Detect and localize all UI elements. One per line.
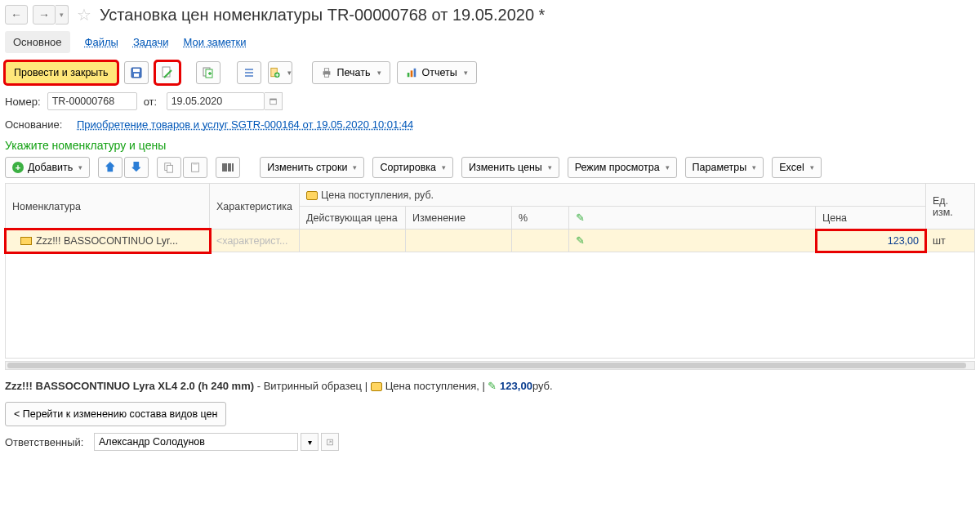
doc-plus-icon: [269, 66, 281, 79]
col-percent[interactable]: %: [512, 207, 569, 229]
cell-unit: шт: [926, 229, 975, 252]
col-change[interactable]: Изменение: [406, 207, 512, 229]
paste-row-button[interactable]: [183, 157, 207, 178]
excel-button[interactable]: Excel▾: [772, 157, 822, 178]
svg-rect-15: [270, 99, 276, 100]
svg-rect-19: [194, 163, 198, 165]
nav-dropdown[interactable]: ▾: [56, 5, 69, 25]
svg-rect-17: [167, 165, 173, 172]
caret-icon: ▾: [548, 163, 552, 172]
col-current-price[interactable]: Действующая цена: [300, 207, 406, 229]
copy-icon: [163, 162, 175, 173]
parameters-button[interactable]: Параметры▾: [685, 157, 764, 178]
number-input[interactable]: [47, 92, 137, 110]
responsible-open-button[interactable]: [321, 433, 339, 451]
cell-nomenclature[interactable]: Zzz!!! BASSOCONTINUO Lyr...: [6, 229, 210, 252]
calendar-button[interactable]: [265, 92, 283, 110]
move-down-button[interactable]: 🡇: [124, 157, 149, 178]
header-bar: ← → ▾ ☆ Установка цен номенклатуры TR-00…: [5, 5, 975, 25]
view-mode-button[interactable]: Режим просмотра▾: [568, 157, 677, 178]
nav-forward-button[interactable]: →: [33, 5, 56, 25]
cell-pencil: ✎: [569, 229, 816, 252]
structure-button[interactable]: ▾: [268, 61, 292, 84]
svg-rect-11: [407, 73, 409, 77]
horizontal-scrollbar[interactable]: [5, 361, 975, 370]
number-label: Номер:: [5, 96, 41, 108]
copy-document-button[interactable]: [196, 61, 220, 84]
caret-icon: ▾: [442, 163, 446, 172]
caret-icon: ▾: [78, 163, 82, 172]
copy-doc-icon: [202, 66, 215, 79]
sort-button[interactable]: Сортировка▾: [372, 157, 453, 178]
caret-icon: ▾: [377, 69, 381, 77]
post-and-close-button[interactable]: Провести и закрыть: [5, 61, 118, 84]
lines-icon: [243, 66, 256, 79]
basis-label: Основание:: [5, 118, 70, 131]
go-to-price-types-button[interactable]: < Перейти к изменению состава видов цен: [5, 402, 226, 426]
basis-link[interactable]: Приобретение товаров и услуг SGTR-000164…: [77, 118, 413, 131]
reports-button[interactable]: Отчеты▾: [397, 61, 477, 84]
svg-rect-2: [134, 74, 139, 77]
items-table: Номенклатура Характеристика Цена поступл…: [5, 183, 975, 252]
plus-icon: +: [12, 162, 24, 173]
nav-back-button[interactable]: ←: [5, 5, 28, 25]
responsible-input[interactable]: [94, 433, 298, 451]
list-button[interactable]: [237, 61, 261, 84]
date-input[interactable]: [167, 92, 265, 110]
cell-characteristic[interactable]: <характерист...: [210, 229, 300, 252]
folder-icon: [20, 237, 32, 245]
tab-tasks[interactable]: Задачи: [133, 33, 169, 51]
save-button[interactable]: [124, 61, 149, 84]
caret-icon: ▾: [464, 69, 468, 77]
edit-rows-button[interactable]: Изменить строки▾: [260, 157, 364, 178]
svg-rect-12: [410, 70, 412, 77]
responsible-label: Ответственный:: [5, 436, 91, 448]
tab-notes[interactable]: Мои заметки: [184, 33, 247, 51]
open-icon: [327, 438, 333, 447]
tab-main[interactable]: Основное: [5, 31, 70, 53]
caret-icon: ▾: [810, 163, 814, 172]
pencil-icon: ✎: [576, 212, 585, 224]
responsible-row: Ответственный: ▾: [5, 433, 975, 451]
barcode-button[interactable]: [216, 157, 240, 178]
copy-row-button[interactable]: [157, 157, 181, 178]
col-price-group: Цена поступления, руб.: [300, 184, 926, 207]
caret-icon: ▾: [666, 163, 670, 172]
price-type-icon: [371, 382, 382, 391]
cell-change[interactable]: [406, 229, 512, 252]
page-title: Установка цен номенклатуры TR-00000768 о…: [100, 6, 545, 25]
svg-rect-13: [413, 69, 416, 78]
print-button[interactable]: Печать▾: [312, 61, 390, 84]
col-unit[interactable]: Ед. изм.: [926, 184, 975, 229]
caret-icon: ▾: [752, 163, 756, 172]
printer-icon: [321, 67, 332, 78]
paste-icon: [189, 162, 201, 173]
status-bar: Zzz!!! BASSOCONTINUO Lyra XL4 2.0 (h 240…: [5, 380, 975, 392]
star-icon[interactable]: ☆: [77, 5, 91, 25]
barcode-icon: [221, 162, 234, 173]
svg-rect-10: [324, 74, 328, 78]
responsible-dropdown-button[interactable]: ▾: [301, 433, 318, 451]
tabs: Основное Файлы Задачи Мои заметки: [5, 31, 975, 53]
number-row: Номер: от:: [5, 92, 975, 110]
tab-files[interactable]: Файлы: [85, 33, 118, 51]
cell-current-price[interactable]: [300, 229, 406, 252]
edit-prices-button[interactable]: Изменить цены▾: [461, 157, 559, 178]
post-button[interactable]: [155, 61, 180, 84]
table-row[interactable]: Zzz!!! BASSOCONTINUO Lyr... <характерист…: [6, 229, 975, 252]
table-toolbar: + Добавить▾ 🡅 🡇 Изменить строки▾ Сортиро…: [5, 157, 975, 178]
table-empty-area: [5, 252, 975, 359]
svg-rect-9: [324, 69, 328, 72]
caret-icon: ▾: [287, 69, 292, 77]
col-nomenclature[interactable]: Номенклатура: [6, 184, 210, 229]
col-price[interactable]: Цена: [816, 207, 926, 229]
arrow-down-icon: 🡇: [131, 161, 142, 174]
price-type-icon: [306, 191, 318, 200]
cell-percent[interactable]: [512, 229, 569, 252]
col-characteristic[interactable]: Характеристика: [210, 184, 300, 229]
add-button[interactable]: + Добавить▾: [5, 157, 90, 178]
save-icon: [130, 66, 143, 79]
move-up-button[interactable]: 🡅: [98, 157, 122, 178]
cell-price[interactable]: 123,00: [816, 229, 926, 252]
arrow-up-icon: 🡅: [105, 161, 116, 174]
